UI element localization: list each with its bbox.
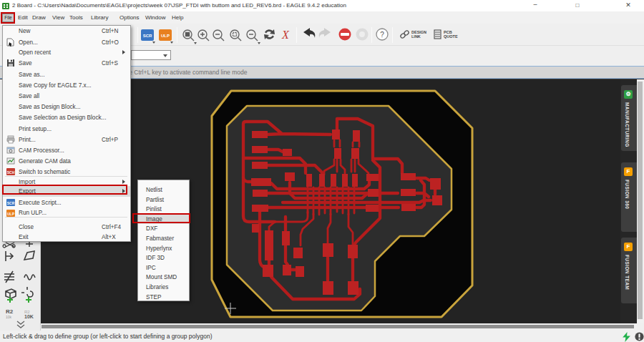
svg-text:R2: R2: [6, 308, 14, 315]
svg-text:ULP: ULP: [7, 211, 15, 215]
svg-text:SCR: SCR: [143, 34, 152, 38]
svg-text:10k: 10k: [6, 315, 12, 319]
svg-text:X: X: [281, 29, 290, 41]
svg-text:SCR: SCR: [7, 201, 15, 205]
svg-text:QUOTE: QUOTE: [444, 34, 458, 39]
svg-text:LINK: LINK: [411, 34, 421, 39]
svg-text:SCH: SCH: [7, 170, 15, 175]
svg-text:10K: 10K: [24, 314, 34, 319]
svg-text:ULP: ULP: [161, 34, 170, 38]
svg-text:?: ?: [380, 31, 384, 39]
